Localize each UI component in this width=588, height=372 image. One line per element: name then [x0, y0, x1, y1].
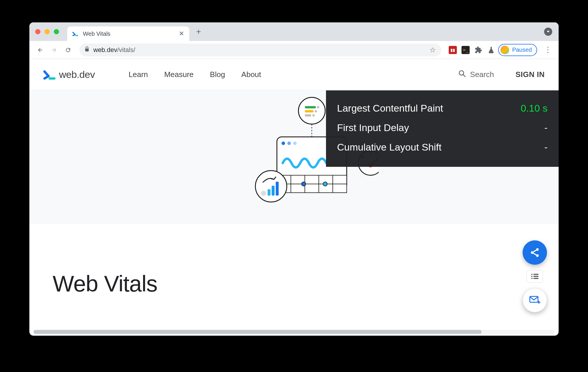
horizontal-scrollbar[interactable]: [33, 330, 555, 334]
svg-point-7: [317, 106, 319, 108]
tab-strip: Web Vitals ✕ +: [29, 22, 559, 41]
extension-icon[interactable]: >_: [462, 46, 470, 54]
svg-point-42: [531, 276, 532, 277]
svg-line-4: [463, 74, 466, 77]
search-icon: [458, 70, 466, 79]
vitals-row: Cumulative Layout Shift -: [337, 137, 548, 157]
window-close-button[interactable]: [35, 29, 40, 34]
back-button[interactable]: [35, 44, 46, 56]
window-controls: [35, 29, 59, 34]
vitals-row: First Input Delay -: [337, 118, 548, 137]
svg-rect-41: [533, 274, 539, 275]
new-tab-button[interactable]: +: [193, 26, 204, 37]
vitals-metric-label: Largest Contentful Paint: [337, 103, 443, 114]
site-header: web.dev Learn Measure Blog About Search …: [29, 59, 559, 90]
search-placeholder: Search: [470, 70, 494, 79]
svg-point-32: [255, 171, 287, 202]
svg-point-15: [287, 142, 291, 145]
vitals-metric-label: Cumulative Layout Shift: [337, 142, 441, 153]
vitals-metric-value: -: [544, 122, 548, 133]
scrollbar-thumb[interactable]: [33, 330, 482, 334]
share-fab[interactable]: [523, 240, 547, 265]
vitals-metric-value: -: [544, 142, 548, 153]
svg-rect-45: [533, 278, 539, 279]
svg-rect-2: [49, 77, 56, 80]
tab-close-button[interactable]: ✕: [179, 30, 184, 37]
extensions-puzzle-icon[interactable]: [474, 46, 482, 54]
svg-rect-35: [272, 186, 275, 196]
browser-toolbar: web.dev/vitals/ ☆ ▮▮ >_ Paused ⋮: [29, 41, 559, 59]
toc-button[interactable]: [527, 270, 543, 283]
tab-favicon-icon: [72, 31, 79, 37]
sign-in-link[interactable]: SIGN IN: [516, 70, 545, 79]
extension-icon[interactable]: ▮▮: [449, 46, 457, 54]
avatar-icon: [500, 46, 509, 54]
profile-status: Paused: [512, 46, 532, 53]
url-host: web.dev: [93, 46, 117, 53]
extension-icons: ▮▮ >_: [449, 46, 495, 54]
svg-point-14: [281, 142, 285, 145]
nav-blog[interactable]: Blog: [210, 70, 225, 79]
window-zoom-button[interactable]: [54, 29, 59, 34]
bookmark-star-icon[interactable]: ☆: [430, 46, 436, 54]
site-search[interactable]: Search SIGN IN: [458, 70, 545, 79]
fab-stack: [523, 240, 547, 312]
svg-rect-36: [276, 182, 279, 196]
svg-point-44: [531, 278, 532, 279]
svg-point-9: [315, 110, 317, 112]
svg-rect-10: [305, 114, 311, 117]
svg-rect-6: [305, 106, 316, 108]
window-minimize-button[interactable]: [44, 29, 50, 34]
tab-title: Web Vitals: [83, 31, 111, 37]
site-logo[interactable]: web.dev: [43, 69, 95, 80]
page-viewport: web.dev Learn Measure Blog About Search …: [29, 59, 559, 336]
browser-window: Web Vitals ✕ + web.dev/vitals/: [29, 22, 559, 336]
nav-about[interactable]: About: [241, 70, 261, 79]
svg-point-24: [323, 182, 327, 186]
nav-measure[interactable]: Measure: [164, 70, 194, 79]
forward-button[interactable]: [49, 44, 60, 56]
vitals-metric-value: 0.10 s: [521, 103, 548, 114]
tabstrip-account-menu[interactable]: [544, 28, 552, 36]
profile-chip[interactable]: Paused: [498, 44, 537, 56]
site-brand: web.dev: [59, 69, 95, 80]
labs-flask-icon[interactable]: [487, 46, 495, 54]
article: Web Vitals: [29, 224, 559, 297]
hero-section: Largest Contentful Paint 0.10 s First In…: [29, 90, 559, 224]
svg-rect-43: [533, 276, 539, 277]
svg-rect-1: [85, 49, 89, 51]
vitals-row: Largest Contentful Paint 0.10 s: [337, 99, 548, 118]
reload-button[interactable]: [63, 44, 74, 56]
address-bar[interactable]: web.dev/vitals/ ☆: [79, 44, 441, 56]
subscribe-fab[interactable]: [523, 288, 547, 312]
browser-menu-button[interactable]: ⋮: [540, 45, 553, 54]
primary-nav: Learn Measure Blog About: [129, 70, 261, 79]
nav-learn[interactable]: Learn: [129, 70, 148, 79]
svg-rect-8: [305, 110, 313, 112]
url-text: web.dev/vitals/: [93, 46, 135, 54]
svg-point-40: [531, 274, 532, 275]
svg-rect-34: [268, 189, 270, 196]
svg-point-33: [261, 191, 266, 196]
svg-point-11: [312, 114, 315, 117]
url-path: /vitals/: [117, 46, 135, 53]
svg-point-37: [536, 248, 539, 251]
page-title: Web Vitals: [53, 271, 535, 297]
vitals-metric-label: First Input Delay: [337, 122, 409, 133]
web-vitals-overlay: Largest Contentful Paint 0.10 s First In…: [326, 90, 559, 167]
lock-icon: [85, 46, 89, 53]
browser-tab[interactable]: Web Vitals ✕: [67, 26, 189, 41]
svg-point-16: [293, 142, 297, 145]
svg-point-39: [536, 254, 539, 257]
svg-point-38: [531, 251, 534, 254]
svg-rect-0: [75, 35, 78, 36]
svg-point-23: [302, 182, 306, 186]
